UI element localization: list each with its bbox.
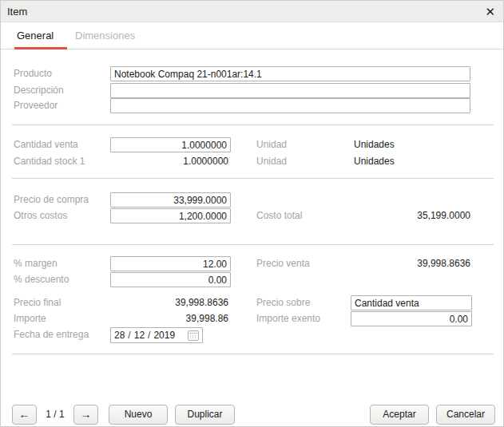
item-dialog: Item ✕ General Dimensiones Producto Desc… xyxy=(0,0,504,427)
title-bar: Item ✕ xyxy=(1,1,503,22)
unidad-stock-value: Unidades xyxy=(354,154,395,169)
producto-label: Producto xyxy=(14,66,52,81)
descripcion-label: Descripción xyxy=(14,83,64,98)
importe-exento-input[interactable] xyxy=(351,311,472,326)
descuento-input[interactable] xyxy=(110,272,231,287)
unidad-venta-value: Unidades xyxy=(354,137,395,152)
importe-label: Importe xyxy=(14,311,46,326)
cantidad-stock-value: 1.0000000 xyxy=(110,154,228,169)
precio-final-label: Precio final xyxy=(14,295,61,310)
separator xyxy=(12,178,494,179)
fecha-month[interactable]: 12 xyxy=(134,330,145,341)
precio-venta-label: Precio venta xyxy=(256,256,310,271)
descripcion-input[interactable] xyxy=(110,83,470,98)
costo-total-label: Costo total xyxy=(256,208,302,223)
active-tab-underline xyxy=(14,47,67,49)
cantidad-stock-label: Cantidad stock 1 xyxy=(14,154,85,169)
precio-compra-label: Precio de compra xyxy=(14,192,89,208)
costo-total-value: 35,199.0000 xyxy=(351,208,470,223)
fecha-year[interactable]: 2019 xyxy=(153,330,175,341)
cancelar-button[interactable]: Cancelar xyxy=(436,405,495,425)
proveedor-label: Proveedor xyxy=(14,98,58,113)
tab-bar: General Dimensiones xyxy=(1,22,503,49)
separator xyxy=(12,125,494,125)
aceptar-button[interactable]: Aceptar xyxy=(370,405,429,425)
calendar-icon[interactable] xyxy=(188,330,199,341)
cantidad-venta-input[interactable] xyxy=(110,137,231,152)
margen-input[interactable] xyxy=(110,256,231,271)
tab-general[interactable]: General xyxy=(17,30,54,42)
separator xyxy=(12,244,494,245)
otros-costos-label: Otros costos xyxy=(14,208,67,223)
unidad-stock-label: Unidad xyxy=(256,154,287,169)
date-separator: / xyxy=(148,330,150,341)
arrow-left-icon: ← xyxy=(19,408,30,421)
date-separator: / xyxy=(128,330,130,341)
importe-value: 39,998.86 xyxy=(110,311,228,326)
fecha-entrega-input[interactable]: 28 / 12 / 2019 xyxy=(110,327,203,343)
otros-costos-input[interactable] xyxy=(110,208,231,223)
importe-exento-label: Importe exento xyxy=(256,311,320,326)
producto-input[interactable] xyxy=(110,66,470,81)
precio-venta-value: 39,998.8636 xyxy=(351,256,470,271)
close-icon[interactable]: ✕ xyxy=(485,6,495,18)
duplicar-button[interactable]: Duplicar xyxy=(175,405,235,425)
descuento-label: % descuento xyxy=(14,272,69,287)
precio-sobre-label: Precio sobre xyxy=(256,295,310,310)
record-pager: 1 / 1 xyxy=(39,405,71,425)
nuevo-button[interactable]: Nuevo xyxy=(109,405,168,425)
cantidad-venta-label: Cantidad venta xyxy=(14,137,78,152)
dialog-title: Item xyxy=(7,6,27,18)
tab-dimensiones[interactable]: Dimensiones xyxy=(75,30,135,42)
fecha-day[interactable]: 28 xyxy=(114,330,125,341)
separator xyxy=(12,354,494,354)
precio-final-value: 39,998.8636 xyxy=(110,295,228,310)
next-record-button[interactable]: → xyxy=(73,405,98,425)
unidad-venta-label: Unidad xyxy=(256,137,287,152)
precio-compra-input[interactable] xyxy=(110,192,231,208)
arrow-right-icon: → xyxy=(81,408,92,421)
fecha-entrega-label: Fecha de entrega xyxy=(14,327,89,342)
precio-sobre-input[interactable] xyxy=(351,295,472,310)
previous-record-button[interactable]: ← xyxy=(12,405,37,425)
proveedor-input[interactable] xyxy=(110,98,470,113)
margen-label: % margen xyxy=(14,256,58,271)
